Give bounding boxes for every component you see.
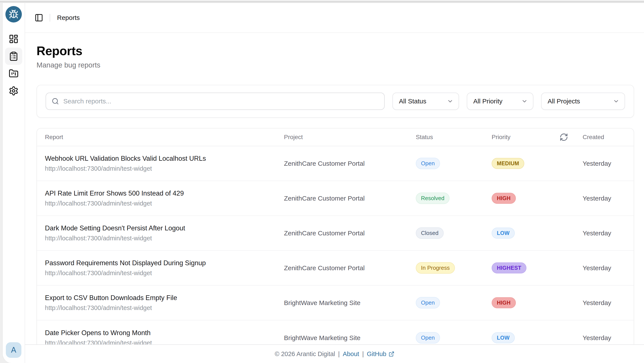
- priority-badge: MEDIUM: [492, 158, 524, 169]
- sidebar-toggle-button[interactable]: [34, 14, 43, 22]
- report-cell: Export to CSV Button Downloads Empty Fil…: [37, 294, 284, 311]
- priority-filter-select[interactable]: All Priority: [467, 93, 533, 110]
- search-box: [46, 93, 385, 110]
- report-url: http://localhost:7300/admin/test-widget: [45, 165, 284, 172]
- sidebar-item-projects[interactable]: [5, 65, 22, 82]
- report-url: http://localhost:7300/admin/test-widget: [45, 235, 284, 242]
- report-project: BrightWave Marketing Site: [284, 334, 416, 341]
- window-top-edge: [0, 2, 644, 2]
- report-project: ZenithCare Customer Portal: [284, 229, 416, 237]
- report-cell: Password Requirements Not Displayed Duri…: [37, 259, 284, 277]
- sidebar-item-reports[interactable]: [5, 48, 22, 65]
- filter-bar: All Status All Priority All Projects: [36, 85, 634, 118]
- table-header-row: Report Project Status Priority Created: [37, 129, 634, 146]
- refresh-button[interactable]: [560, 133, 583, 142]
- app-window: A Reports Reports Manage bug reports: [2, 3, 644, 363]
- column-header-report: Report: [37, 134, 284, 141]
- priority-cell: LOW: [492, 228, 560, 239]
- user-avatar[interactable]: A: [6, 342, 22, 358]
- status-filter-select[interactable]: All Status: [392, 93, 459, 110]
- report-project: ZenithCare Customer Portal: [284, 195, 416, 202]
- chevron-down-icon: [613, 98, 619, 105]
- page-subtitle: Manage bug reports: [36, 61, 634, 69]
- report-cell: Date Picker Opens to Wrong Month http://…: [37, 329, 284, 346]
- status-badge: Closed: [416, 227, 444, 239]
- table-row[interactable]: Dark Mode Setting Doesn't Persist After …: [37, 216, 634, 251]
- status-badge: Open: [416, 158, 440, 169]
- status-badge: Open: [416, 297, 440, 308]
- bug-icon: [9, 9, 18, 19]
- main-area: Reports Reports Manage bug reports All S…: [25, 3, 644, 363]
- folder-kanban-icon: [9, 69, 18, 79]
- refresh-icon: [560, 133, 568, 142]
- report-url: http://localhost:7300/admin/test-widget: [45, 200, 284, 207]
- report-title: Date Picker Opens to Wrong Month: [45, 329, 284, 337]
- status-cell: Resolved: [416, 193, 492, 204]
- report-project: BrightWave Marketing Site: [284, 299, 416, 306]
- status-cell: Open: [416, 297, 492, 308]
- layout-dashboard-icon: [9, 34, 18, 44]
- report-created: Yesterday: [583, 229, 634, 237]
- search-input[interactable]: [63, 98, 378, 105]
- report-created: Yesterday: [583, 299, 634, 306]
- panel-left-icon: [34, 14, 43, 22]
- table-row[interactable]: API Rate Limit Error Shows 500 Instead o…: [37, 181, 634, 216]
- report-cell: Dark Mode Setting Doesn't Persist After …: [37, 224, 284, 242]
- sidebar: A: [2, 3, 25, 363]
- github-link[interactable]: GitHub: [367, 350, 394, 357]
- external-link-icon: [388, 351, 394, 357]
- report-title: API Rate Limit Error Shows 500 Instead o…: [45, 189, 284, 197]
- column-header-created: Created: [583, 134, 634, 141]
- report-url: http://localhost:7300/admin/test-widget: [45, 304, 284, 311]
- priority-cell: HIGHEST: [492, 262, 560, 273]
- table-row[interactable]: Export to CSV Button Downloads Empty Fil…: [37, 285, 634, 320]
- report-project: ZenithCare Customer Portal: [284, 264, 416, 272]
- topbar-divider: [50, 14, 50, 22]
- search-icon: [52, 98, 59, 105]
- table-row[interactable]: Webhook URL Validation Blocks Valid Loca…: [37, 146, 634, 181]
- column-header-status: Status: [416, 134, 492, 141]
- priority-badge: HIGH: [492, 297, 516, 308]
- report-created: Yesterday: [583, 264, 634, 272]
- report-created: Yesterday: [583, 195, 634, 202]
- clipboard-list-icon: [9, 51, 18, 61]
- report-title: Export to CSV Button Downloads Empty Fil…: [45, 294, 284, 302]
- status-cell: Closed: [416, 227, 492, 239]
- github-link-label: GitHub: [367, 350, 386, 357]
- breadcrumb: Reports: [57, 14, 80, 22]
- status-badge: Resolved: [416, 193, 450, 204]
- report-cell: Webhook URL Validation Blocks Valid Loca…: [37, 155, 284, 172]
- priority-cell: HIGH: [492, 297, 560, 308]
- priority-cell: LOW: [492, 332, 560, 343]
- footer-divider: |: [338, 350, 340, 357]
- chevron-down-icon: [447, 98, 454, 105]
- report-url: http://localhost:7300/admin/test-widget: [45, 269, 284, 277]
- priority-badge: LOW: [492, 332, 515, 343]
- project-filter-select[interactable]: All Projects: [541, 93, 625, 110]
- report-title: Webhook URL Validation Blocks Valid Loca…: [45, 155, 284, 162]
- topbar: Reports: [25, 3, 644, 33]
- reports-table: Report Project Status Priority Created W: [36, 128, 634, 356]
- sidebar-item-settings[interactable]: [5, 82, 22, 100]
- report-project: ZenithCare Customer Portal: [284, 160, 416, 167]
- priority-cell: MEDIUM: [492, 158, 560, 169]
- priority-badge: HIGHEST: [492, 262, 526, 273]
- footer-copyright: © 2026 Arantic Digital: [275, 350, 335, 357]
- sidebar-item-dashboard[interactable]: [5, 30, 22, 48]
- column-header-project: Project: [284, 134, 416, 141]
- about-link[interactable]: About: [343, 350, 359, 357]
- status-badge: Open: [416, 332, 440, 343]
- page-title: Reports: [36, 44, 634, 58]
- page-content: Reports Manage bug reports All Status Al…: [25, 44, 644, 356]
- table-row[interactable]: Password Requirements Not Displayed Duri…: [37, 251, 634, 285]
- report-created: Yesterday: [583, 160, 634, 167]
- priority-badge: LOW: [492, 228, 515, 239]
- report-cell: API Rate Limit Error Shows 500 Instead o…: [37, 189, 284, 207]
- status-filter-value: All Status: [399, 98, 426, 105]
- settings-gear-icon: [9, 86, 18, 96]
- footer: © 2026 Arantic Digital | About | GitHub: [25, 344, 644, 363]
- report-created: Yesterday: [583, 334, 634, 341]
- priority-badge: HIGH: [492, 193, 516, 204]
- status-badge: In Progress: [416, 262, 455, 274]
- chevron-down-icon: [521, 98, 528, 105]
